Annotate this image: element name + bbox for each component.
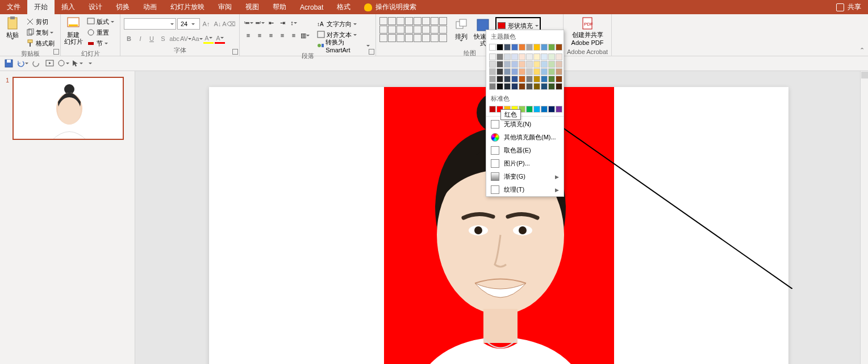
tab-design[interactable]: 设计: [82, 0, 109, 14]
tab-format[interactable]: 格式: [330, 0, 357, 14]
color-swatch[interactable]: [511, 83, 518, 90]
color-swatch[interactable]: [489, 106, 496, 113]
dialog-launcher[interactable]: [53, 49, 59, 55]
decrease-font-button[interactable]: A↓: [212, 19, 223, 29]
color-swatch[interactable]: [556, 76, 562, 82]
start-slideshow-button[interactable]: [43, 58, 56, 69]
color-swatch[interactable]: [541, 106, 548, 113]
color-swatch[interactable]: [489, 83, 496, 90]
color-swatch[interactable]: [533, 106, 540, 113]
redo-button[interactable]: [30, 58, 42, 69]
align-left-button[interactable]: ≡: [243, 30, 253, 40]
underline-button[interactable]: U: [147, 34, 157, 44]
color-swatch[interactable]: [526, 68, 533, 75]
color-swatch[interactable]: [556, 53, 562, 60]
bullets-button[interactable]: ≔: [243, 18, 253, 28]
color-swatch[interactable]: [489, 61, 496, 68]
color-swatch[interactable]: [556, 44, 562, 51]
tab-transition[interactable]: 切换: [109, 0, 136, 14]
color-swatch[interactable]: [526, 83, 533, 90]
increase-indent-button[interactable]: ⇥: [277, 18, 287, 28]
color-swatch[interactable]: [511, 44, 518, 51]
new-slide-button[interactable]: 新建 幻灯片: [64, 15, 82, 46]
line-spacing-button[interactable]: ↕: [289, 18, 299, 28]
color-swatch[interactable]: [526, 76, 533, 82]
vertical-scrollbar[interactable]: [860, 71, 868, 364]
color-swatch[interactable]: [489, 68, 496, 75]
color-swatch[interactable]: [519, 61, 525, 68]
layout-button[interactable]: 版式: [85, 16, 116, 27]
color-swatch[interactable]: [533, 83, 540, 90]
tab-acrobat[interactable]: Acrobat: [293, 0, 330, 14]
font-name-input[interactable]: [124, 20, 170, 27]
color-swatch[interactable]: [541, 61, 548, 68]
tab-insert[interactable]: 插入: [55, 0, 82, 14]
color-swatch[interactable]: [533, 53, 540, 60]
tab-review[interactable]: 审阅: [211, 0, 239, 14]
align-center-button[interactable]: ≡: [254, 30, 265, 40]
tab-home[interactable]: 开始: [27, 0, 55, 14]
section-button[interactable]: 节: [85, 38, 116, 48]
italic-button[interactable]: I: [135, 34, 145, 44]
arrange-button[interactable]: 排列: [452, 17, 470, 43]
collapse-ribbon-button[interactable]: ⌃: [859, 47, 865, 54]
color-swatch[interactable]: [519, 76, 525, 82]
tab-animation[interactable]: 动画: [136, 0, 164, 14]
color-swatch[interactable]: [504, 44, 511, 51]
color-swatch[interactable]: [548, 44, 555, 51]
spacing-button[interactable]: AV: [181, 34, 191, 44]
clear-format-button[interactable]: A⌫: [224, 19, 234, 29]
numbering-button[interactable]: ≕: [254, 18, 265, 28]
save-button[interactable]: [2, 58, 15, 69]
shadow-button[interactable]: abc: [169, 34, 180, 44]
color-swatch[interactable]: [533, 44, 540, 51]
tab-file[interactable]: 文件: [0, 0, 27, 14]
gradient-fill-item[interactable]: 渐变(G)▶: [486, 170, 564, 183]
color-swatch[interactable]: [496, 61, 503, 68]
color-swatch[interactable]: [511, 68, 518, 75]
color-swatch[interactable]: [504, 68, 511, 75]
color-swatch[interactable]: [496, 53, 503, 60]
color-swatch[interactable]: [556, 106, 562, 113]
color-swatch[interactable]: [511, 76, 518, 82]
color-swatch[interactable]: [533, 76, 540, 82]
color-swatch[interactable]: [548, 106, 555, 113]
color-swatch[interactable]: [519, 44, 525, 51]
change-case-button[interactable]: Aa: [192, 34, 202, 44]
color-swatch[interactable]: [519, 53, 525, 60]
strike-button[interactable]: S: [158, 34, 168, 44]
color-swatch[interactable]: [504, 83, 511, 90]
color-swatch[interactable]: [519, 68, 525, 75]
font-size-input[interactable]: [178, 19, 190, 29]
cut-button[interactable]: 剪切: [24, 16, 57, 27]
color-swatch[interactable]: [504, 61, 511, 68]
columns-button[interactable]: ▥: [300, 30, 310, 40]
bold-button[interactable]: B: [124, 34, 134, 44]
color-swatch[interactable]: [548, 68, 555, 75]
color-swatch[interactable]: [504, 76, 511, 82]
decrease-indent-button[interactable]: ⇤: [266, 18, 276, 28]
color-swatch[interactable]: [533, 61, 540, 68]
shapes-gallery[interactable]: [379, 17, 449, 42]
color-swatch[interactable]: [511, 61, 518, 68]
color-swatch[interactable]: [526, 44, 533, 51]
increase-font-button[interactable]: A↑: [201, 19, 211, 29]
share-button[interactable]: 共享: [836, 0, 868, 14]
copy-button[interactable]: 复制: [24, 27, 57, 38]
tab-help[interactable]: 帮助: [266, 0, 293, 14]
customize-qat-button[interactable]: [84, 58, 97, 69]
color-swatch[interactable]: [556, 83, 562, 90]
color-swatch[interactable]: [533, 68, 540, 75]
text-direction-button[interactable]: ↕A文字方向: [315, 19, 372, 29]
undo-button[interactable]: [16, 58, 28, 69]
font-name-combo[interactable]: [124, 18, 176, 30]
color-swatch[interactable]: [496, 83, 503, 90]
font-color-button[interactable]: A: [215, 34, 225, 44]
color-swatch[interactable]: [541, 76, 548, 82]
paste-button[interactable]: 粘贴: [3, 15, 22, 41]
color-swatch[interactable]: [541, 44, 548, 51]
color-swatch[interactable]: [548, 53, 555, 60]
texture-fill-item[interactable]: 纹理(T)▶: [486, 183, 564, 196]
align-right-button[interactable]: ≡: [266, 30, 276, 40]
mouse-mode-button[interactable]: [70, 58, 83, 69]
